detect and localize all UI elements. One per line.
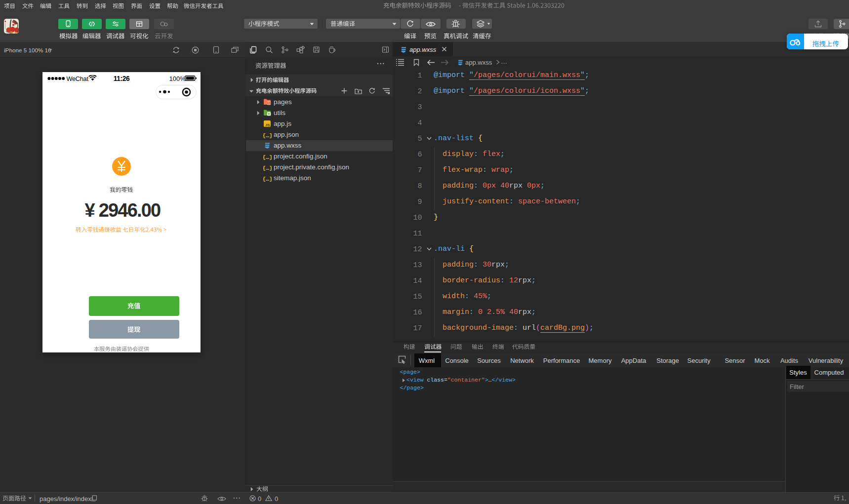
svg-text:{…}: {…} [263, 165, 272, 171]
svg-text:{…}: {…} [263, 154, 272, 160]
svg-text:{…}: {…} [263, 176, 272, 182]
svg-text:JS: JS [265, 123, 270, 127]
svg-text:{…}: {…} [263, 132, 272, 139]
